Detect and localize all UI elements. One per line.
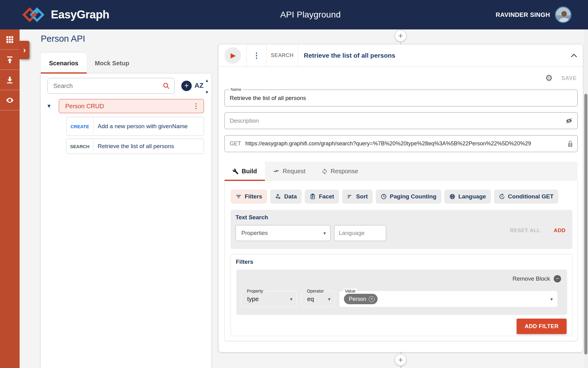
- scenario-title: Retrieve the list of all persons: [298, 44, 565, 67]
- chip-language[interactable]: Language: [444, 190, 491, 204]
- value-chip-person: Person ×: [344, 294, 378, 304]
- app-header: EasyGraph API Playground RAVINDER SINGH: [0, 0, 588, 29]
- visibility-off-icon[interactable]: [565, 117, 573, 125]
- name-field: Name: [224, 90, 578, 106]
- text-search-title: Text Search: [236, 214, 268, 221]
- tab-build[interactable]: Build: [224, 162, 265, 181]
- dropdown-caret-icon: ▾: [323, 230, 326, 236]
- method-badge: SEARCH: [66, 139, 93, 154]
- scenarios-panel: + AZ ▴ ▾ ▾ Person CRUD ⋮ CREATE Add a ne…: [41, 74, 211, 368]
- group-kebab-icon[interactable]: ⋮: [188, 102, 204, 110]
- arrows-icon: [273, 168, 280, 174]
- apps-grid-icon[interactable]: [0, 29, 20, 50]
- chip-conditional-get[interactable]: Conditional GET: [494, 190, 559, 204]
- caret-down-icon: ▾: [206, 90, 208, 94]
- minus-circle-icon: −: [554, 275, 561, 282]
- caret-up-icon: ▴: [206, 78, 208, 83]
- add-step-below-button[interactable]: +: [395, 355, 406, 366]
- chevron-up-icon: [571, 53, 577, 58]
- update-icon: [499, 194, 505, 200]
- add-step-above-button[interactable]: +: [395, 30, 406, 41]
- lock-icon: [567, 140, 573, 147]
- filters-title: Filters: [236, 259, 253, 265]
- chip-filters[interactable]: Filters: [231, 190, 267, 204]
- sort-icon: [347, 194, 353, 200]
- scenario-label: Retrieve the list of all persons: [93, 139, 204, 154]
- wrench-icon: [232, 168, 239, 174]
- properties-select[interactable]: Properties ▾: [236, 225, 330, 241]
- property-label: Property: [245, 289, 265, 293]
- scenario-header: ▶ ⋮ SEARCH Retrieve the list of all pers…: [219, 44, 583, 67]
- tab-scenarios[interactable]: Scenarios: [41, 53, 87, 74]
- avatar[interactable]: [555, 6, 571, 23]
- request-url[interactable]: https://easygraph.graphifi.com/graph/sea…: [245, 140, 563, 147]
- method-badge: CREATE: [66, 117, 93, 136]
- chevron-right-icon: ›: [23, 45, 26, 55]
- collapse-panel-button[interactable]: [565, 44, 583, 67]
- name-input[interactable]: [225, 95, 577, 102]
- http-method: GET: [225, 140, 241, 147]
- settings-gear-icon[interactable]: ⚙: [545, 74, 553, 82]
- tab-request[interactable]: Request: [265, 162, 314, 181]
- add-text-search-button[interactable]: ADD: [554, 228, 566, 234]
- scrollbar-thumb[interactable]: [584, 94, 587, 355]
- upload-icon[interactable]: [0, 50, 20, 70]
- refresh-icon: [322, 168, 328, 174]
- add-scenario-button[interactable]: +: [181, 81, 192, 91]
- run-scenario-button[interactable]: ▶: [224, 47, 241, 64]
- scenario-method-badge: SEARCH: [266, 44, 298, 67]
- sort-alpha-button[interactable]: AZ ▴ ▾: [194, 82, 209, 91]
- left-panel-tabs: Scenarios Mock Setup: [41, 53, 138, 74]
- tab-response[interactable]: Response: [314, 162, 366, 181]
- operator-select[interactable]: Operator eq ▾: [301, 291, 335, 307]
- visibility-icon[interactable]: [0, 90, 20, 110]
- language-input[interactable]: [334, 230, 386, 236]
- language-field: [334, 225, 386, 241]
- download-icon[interactable]: [0, 70, 20, 90]
- request-url-field: GET https://easygraph.graphifi.com/graph…: [224, 135, 578, 152]
- chip-data[interactable]: Data: [270, 190, 302, 204]
- vertical-scrollbar: [584, 29, 588, 368]
- user-menu[interactable]: RAVINDER SINGH: [496, 0, 571, 29]
- save-button[interactable]: SAVE: [561, 75, 577, 82]
- chip-facet[interactable]: Facet: [305, 190, 339, 204]
- person-silhouette-icon: [558, 10, 570, 23]
- page-title: API Playground: [280, 0, 341, 29]
- scenario-search: [47, 78, 175, 94]
- dropdown-caret-icon: ▾: [550, 296, 553, 302]
- property-select[interactable]: Property type ▾: [241, 291, 297, 307]
- remove-value-icon[interactable]: ×: [369, 296, 375, 302]
- description-input[interactable]: [225, 117, 561, 124]
- remove-block-button[interactable]: Remove Block −: [513, 275, 561, 282]
- chip-paging-counting[interactable]: Paging Counting: [376, 190, 441, 204]
- filter-block: Remove Block − Property type ▾ Operator …: [236, 270, 567, 315]
- scenario-kebab-icon[interactable]: ⋮: [247, 44, 266, 67]
- clock-icon: [381, 194, 387, 200]
- chip-sort[interactable]: Sort: [342, 190, 373, 204]
- scenario-item-search[interactable]: SEARCH Retrieve the list of all persons: [66, 139, 204, 154]
- scenario-group-person-crud[interactable]: Person CRUD ⋮: [59, 99, 204, 113]
- value-select[interactable]: Value Person × ▾: [339, 291, 557, 307]
- globe-icon: [449, 194, 455, 200]
- reset-all-button[interactable]: RESET ALL: [510, 228, 540, 234]
- filter-icon: [236, 194, 242, 200]
- expand-sidebar-handle[interactable]: ›: [20, 41, 29, 59]
- group-collapse-caret[interactable]: ▾: [47, 102, 51, 109]
- brand-name: EasyGraph: [51, 8, 109, 21]
- scenario-editor-panel: ▶ ⋮ SEARCH Retrieve the list of all pers…: [219, 44, 583, 352]
- plus-icon: +: [398, 31, 403, 40]
- scatter-icon: [275, 194, 281, 200]
- search-input[interactable]: [48, 82, 163, 90]
- text-search-section: Text Search Properties ▾ RESET ALL ADD: [231, 210, 572, 249]
- description-field: [224, 112, 578, 129]
- build-tab-content: Filters Data Facet Sort Paging Counting …: [224, 181, 578, 341]
- value-label: Value: [343, 289, 357, 293]
- add-filter-button[interactable]: ADD FILTER: [517, 319, 567, 334]
- build-section-chips: Filters Data Facet Sort Paging Counting …: [231, 190, 558, 204]
- scenario-item-create[interactable]: CREATE Add a new person with givenName: [66, 117, 204, 136]
- user-name: RAVINDER SINGH: [496, 11, 550, 18]
- tab-mock-setup[interactable]: Mock Setup: [87, 53, 138, 74]
- easygraph-logo-icon: [24, 6, 45, 24]
- play-icon: ▶: [231, 52, 236, 59]
- search-icon[interactable]: [163, 82, 170, 90]
